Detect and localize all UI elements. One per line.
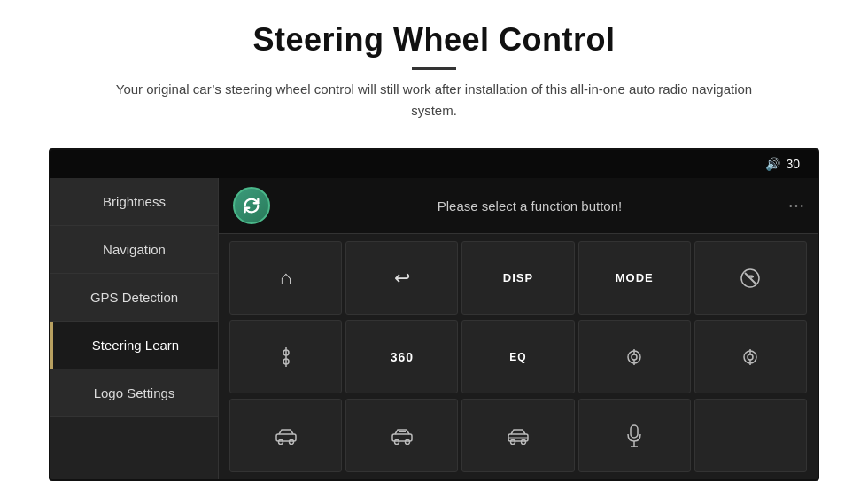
btn-mic[interactable] (578, 399, 691, 472)
btn-car1[interactable] (229, 399, 342, 472)
volume-value: 30 (786, 157, 800, 171)
sidebar-item-brightness[interactable]: Brightness (50, 178, 218, 226)
eq-label: EQ (509, 351, 526, 363)
mode-label: MODE (616, 271, 654, 284)
360-label: 360 (391, 350, 414, 364)
sidebar-item-logo-settings[interactable]: Logo Settings (50, 369, 218, 417)
button-grid: ⌂ ↩ DISP MODE (219, 234, 818, 479)
sidebar-item-navigation[interactable]: Navigation (50, 226, 218, 274)
mic-icon (625, 424, 643, 448)
svg-point-6 (632, 354, 637, 360)
page-header: Steering Wheel Control Your original car… (0, 0, 868, 136)
btn-mode[interactable]: MODE (578, 241, 691, 315)
sidebar-item-steering-learn[interactable]: Steering Learn (50, 322, 218, 369)
svg-line-1 (745, 273, 756, 284)
btn-phone-cancel[interactable] (694, 241, 807, 315)
page-subtitle: Your original car’s steering wheel contr… (115, 79, 753, 121)
refresh-button[interactable] (233, 187, 270, 224)
btn-audio2[interactable] (694, 320, 807, 393)
adjust-icon (276, 346, 296, 369)
title-divider (412, 67, 456, 70)
phone-cancel-icon (740, 268, 761, 289)
function-prompt: Please select a function button! (284, 198, 775, 214)
content-panel: Please select a function button! • • • ⌂… (219, 178, 818, 479)
svg-point-15 (289, 439, 293, 444)
audio1-icon (624, 346, 645, 368)
btn-car2[interactable] (345, 399, 458, 472)
btn-empty[interactable] (694, 399, 807, 472)
sidebar-item-gps-detection[interactable]: ▷ GPS Detection (50, 274, 218, 322)
sidebar: Brightness Navigation ▷ GPS Detection St… (50, 178, 219, 479)
svg-point-21 (522, 439, 526, 444)
device-screen: 🔊 30 Brightness Navigation ▷ GPS Detecti… (49, 148, 819, 481)
audio2-icon (740, 346, 761, 368)
back-icon: ↩ (394, 268, 410, 288)
car1-icon (274, 427, 298, 445)
grid-row-3 (229, 399, 807, 472)
page-title: Steering Wheel Control (71, 21, 797, 58)
function-bar: Please select a function button! • • • (219, 178, 818, 234)
btn-audio1[interactable] (578, 320, 691, 393)
svg-point-14 (278, 439, 283, 444)
grid-row-2: 360 EQ (229, 320, 807, 393)
refresh-icon (242, 196, 261, 215)
car3-icon (506, 427, 531, 445)
svg-point-18 (405, 439, 409, 444)
svg-point-20 (511, 439, 515, 444)
btn-adjust[interactable] (229, 320, 342, 393)
svg-point-17 (394, 439, 399, 444)
svg-point-10 (748, 354, 753, 360)
top-bar: 🔊 30 (50, 150, 818, 178)
btn-car3[interactable] (461, 399, 574, 472)
main-area: Brightness Navigation ▷ GPS Detection St… (50, 178, 818, 479)
btn-360[interactable]: 360 (345, 320, 458, 393)
svg-rect-22 (631, 425, 638, 438)
home-icon: ⌂ (280, 268, 291, 288)
btn-home[interactable]: ⌂ (229, 241, 342, 315)
btn-eq[interactable]: EQ (461, 320, 574, 393)
grid-row-1: ⌂ ↩ DISP MODE (229, 241, 807, 315)
volume-icon: 🔊 (765, 157, 780, 171)
disp-label: DISP (503, 271, 533, 284)
btn-back[interactable]: ↩ (345, 241, 458, 315)
btn-disp[interactable]: DISP (461, 241, 574, 315)
car2-icon (390, 427, 415, 445)
dots-indicator: • • • (789, 201, 803, 211)
